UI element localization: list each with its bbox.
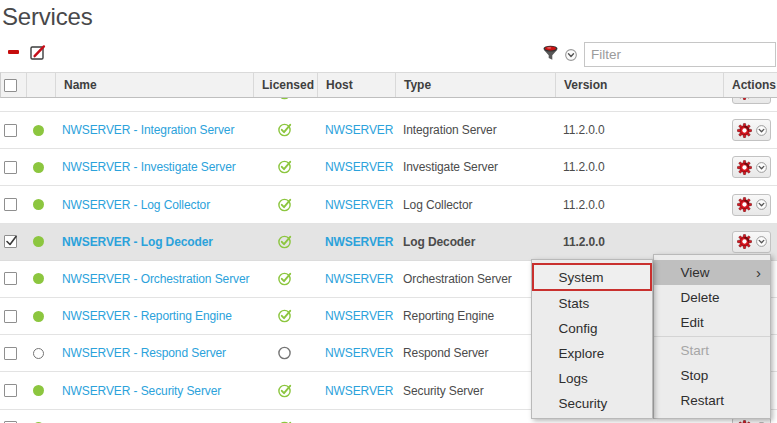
actions-gear-button[interactable] (732, 231, 771, 253)
table-row[interactable]: NWSERVER - Log Collector NWSERVER Log Co… (0, 186, 777, 223)
status-dot-icon (33, 348, 44, 359)
row-checkbox[interactable] (4, 384, 17, 397)
table-row[interactable]: NWSERVER - Investigate Server NWSERVER I… (0, 149, 777, 186)
row-checkbox[interactable] (4, 124, 17, 137)
row-checkbox[interactable] (4, 161, 17, 174)
row-checkbox[interactable] (4, 198, 17, 211)
service-name-link[interactable]: NWSERVER - Orchestration Server (55, 261, 253, 297)
header-licensed-column[interactable]: Licensed (254, 73, 318, 97)
row-licensed-cell (253, 186, 317, 222)
actions-gear-button[interactable] (732, 194, 771, 216)
row-checkbox[interactable] (4, 347, 17, 360)
host-link[interactable]: NWSERVER (317, 410, 395, 423)
header-name-column[interactable]: Name (56, 73, 254, 97)
services-table-header: Name Licensed Host Type Version Actions (0, 72, 777, 98)
gear-icon (737, 234, 752, 249)
row-actions-cell (723, 112, 777, 148)
menu-item-edit[interactable]: Edit (654, 310, 771, 335)
licensed-check-icon (278, 198, 292, 212)
status-dot-icon (33, 385, 44, 396)
menu-item-start: Start (654, 338, 771, 363)
row-checkbox-cell (0, 261, 26, 297)
menu-item-view[interactable]: View › (654, 260, 771, 285)
service-name-link[interactable]: NWSERVER - Source Server (55, 410, 253, 423)
header-version-column[interactable]: Version (556, 73, 724, 97)
menu-item-stop[interactable]: Stop (654, 363, 771, 388)
chevron-down-circle-icon (756, 125, 767, 136)
filter-funnel-icon[interactable] (542, 45, 559, 62)
service-version-cell: 11.2.0.0 (555, 112, 723, 148)
submenu-item-system[interactable]: System (532, 263, 652, 291)
row-checkbox-cell (0, 298, 26, 334)
status-dot-icon (33, 311, 44, 322)
row-status-cell (26, 149, 55, 185)
service-name-link[interactable]: NWSERVER - Log Collector (55, 186, 253, 222)
row-actions-cell (723, 149, 777, 185)
remove-service-button minus-icon[interactable] (8, 50, 19, 54)
header-type-column[interactable]: Type (396, 73, 556, 97)
host-link[interactable]: NWSERVER (317, 335, 395, 371)
chevron-down-circle-icon (756, 199, 767, 210)
menu-item-delete[interactable]: Delete (654, 285, 771, 310)
submenu-arrow-icon: › (756, 265, 761, 280)
row-checkbox[interactable] (4, 310, 17, 323)
row-status-cell (26, 298, 55, 334)
row-checkbox[interactable] (4, 272, 17, 285)
gear-icon (737, 197, 752, 212)
edit-service-button edit-pencil-icon[interactable] (30, 44, 46, 60)
row-status-cell (26, 186, 55, 222)
service-version-cell: 11.2.0.0 (555, 149, 723, 185)
menu-item-restart[interactable]: Restart (654, 388, 771, 413)
licensed-check-icon (278, 346, 292, 360)
host-link[interactable]: NWSERVER (317, 186, 395, 222)
table-row[interactable]: NWSERVER - Integration Server NWSERVER I… (0, 112, 777, 149)
licensed-check-icon (278, 309, 292, 323)
gear-icon (737, 160, 752, 175)
submenu-item-config[interactable]: Config (532, 316, 652, 341)
status-dot-icon (33, 236, 44, 247)
submenu-item-stats[interactable]: Stats (532, 291, 652, 316)
service-name-link[interactable]: NWSERVER - Reporting Engine (55, 298, 253, 334)
service-name-link[interactable]: NWSERVER - Log Decoder (55, 224, 253, 260)
service-name-link[interactable]: NWSERVER - Respond Server (55, 335, 253, 371)
service-name-link[interactable]: NWSERVER - Investigate Server (55, 149, 253, 185)
status-dot-icon (33, 162, 44, 173)
header-actions-column[interactable]: Actions (724, 73, 777, 97)
page-title: Services (2, 3, 92, 31)
row-checkbox-cell (0, 112, 26, 148)
select-all-checkbox[interactable] (4, 79, 17, 92)
actions-gear-button[interactable] (732, 156, 771, 178)
row-status-cell (26, 410, 55, 423)
menu-separator (654, 336, 771, 337)
service-name-link[interactable]: NWSERVER - Integration Server (55, 112, 253, 148)
submenu-item-security[interactable]: Security (532, 391, 652, 416)
row-licensed-cell (253, 112, 317, 148)
licensed-check-icon (278, 123, 292, 137)
chevron-down-circle-icon (756, 162, 767, 173)
actions-gear-button[interactable] (732, 119, 771, 141)
header-host-column[interactable]: Host (318, 73, 396, 97)
host-link[interactable]: NWSERVER (317, 298, 395, 334)
host-link[interactable]: NWSERVER (317, 112, 395, 148)
service-type-cell: Log Collector (395, 186, 555, 222)
service-type-cell: Investigate Server (395, 149, 555, 185)
status-dot-icon (33, 273, 44, 284)
host-link[interactable]: NWSERVER (317, 372, 395, 408)
submenu-item-explore[interactable]: Explore (532, 341, 652, 366)
header-status-column[interactable] (27, 73, 56, 97)
row-context-menu: View › Delete Edit Start Stop Restart (653, 254, 772, 419)
filter-options-chevron-down-circle-icon[interactable] (565, 49, 577, 61)
header-select-all[interactable] (1, 73, 27, 97)
row-licensed-cell (253, 410, 317, 423)
row-status-cell (26, 372, 55, 408)
host-link[interactable]: NWSERVER (317, 261, 395, 297)
service-name-link[interactable]: NWSERVER - Security Server (55, 372, 253, 408)
host-link[interactable]: NWSERVER (317, 149, 395, 185)
checkmark-icon (5, 235, 18, 246)
host-link[interactable]: NWSERVER (317, 224, 395, 260)
row-status-cell (26, 261, 55, 297)
service-version-cell: 11.2.0.0 (555, 186, 723, 222)
submenu-item-logs[interactable]: Logs (532, 366, 652, 391)
filter-input[interactable] (584, 42, 776, 67)
row-checkbox[interactable] (4, 235, 17, 248)
